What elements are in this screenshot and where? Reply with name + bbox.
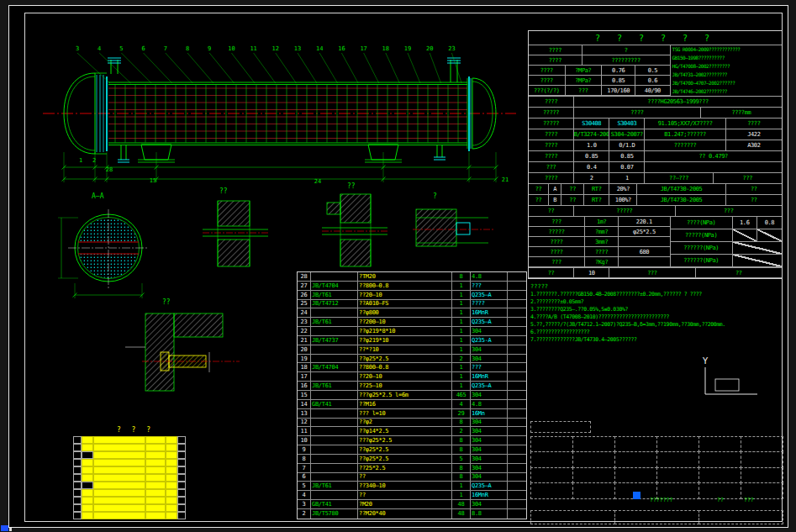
bom-cell	[508, 473, 526, 482]
nozzle-table-cell	[166, 482, 177, 489]
nozzle-table-cell	[82, 459, 93, 466]
title-block-cell: ?	[583, 45, 670, 55]
bom-cell: ??25*2.5	[358, 464, 452, 472]
bom-cell: ??A010—FS	[358, 300, 452, 308]
bom-table: 28?TM2084.827JB/T4704??800—0.81???26JB/T…	[297, 271, 527, 519]
signature-grid-lower	[530, 510, 783, 524]
nozzle-table-rows	[73, 436, 198, 519]
svg-text:24: 24	[314, 178, 321, 185]
bom-cell: GB/T41	[311, 400, 358, 408]
nozzle-table-cell	[177, 497, 186, 504]
bom-cell: 304	[471, 345, 508, 354]
bom-cell: 24	[298, 308, 311, 317]
bom-cell	[508, 282, 526, 290]
title-block-row: ??B??RT?100%?JB/T4730-2005??	[529, 195, 782, 206]
title-block-cell: S30408	[574, 119, 609, 129]
title-block-cell: 0.6	[635, 76, 669, 85]
title-block-cell: RT?	[584, 184, 609, 194]
signature-cell	[656, 451, 699, 468]
bom-cell: ??200—10	[358, 318, 452, 326]
nozzle-table-cell	[82, 504, 93, 512]
signature-cell	[614, 436, 657, 453]
title-block-header: ? ? ? ? ? ?	[529, 31, 782, 45]
footer-label: ???????	[650, 497, 672, 503]
bom-cell: 304	[471, 445, 508, 454]
nozzle-table-cell	[166, 444, 177, 451]
nozzle-table-cell	[82, 436, 93, 444]
bom-cell: GB/T41	[311, 500, 358, 508]
signature-cell	[614, 510, 699, 524]
bom-cell	[311, 445, 358, 454]
nozzle-table-cell	[73, 451, 82, 459]
detail-view-2	[322, 191, 389, 271]
nozzle-table-cell	[166, 466, 177, 474]
bom-cell: 8	[452, 445, 471, 454]
nozzle-table-cell	[145, 489, 166, 497]
title-block-cell: ?????(NPa)	[671, 229, 733, 241]
bom-row: 11??φ14*2.52304	[298, 427, 526, 436]
bom-cell: 5	[452, 455, 471, 463]
notes-lines: 1.???????.??????GB150.4B—2008????????±0.…	[530, 291, 784, 344]
nozzle-table-cell	[93, 474, 145, 482]
bom-cell: 2	[452, 355, 471, 363]
title-block-cell: B1.247;??????	[645, 129, 725, 140]
bom-cell	[508, 409, 526, 418]
bom-cell: 8	[452, 272, 471, 281]
title-block-cell: ????	[529, 237, 585, 246]
signature-cell	[698, 436, 741, 453]
bom-cell: ??*?10	[358, 345, 452, 354]
bom-cell: 48	[452, 509, 471, 519]
bom-row: 26JB/T61??20—101Q235—A	[298, 291, 526, 300]
title-block-cell	[733, 229, 757, 241]
svg-text:28: 28	[106, 166, 113, 173]
nozzle-table-cell	[93, 482, 145, 489]
bom-cell	[508, 272, 526, 281]
bom-cell	[508, 500, 526, 508]
general-notes: ????? 1.???????.??????GB150.4B—2008?????…	[530, 283, 784, 344]
title-block-cell: ???	[529, 162, 574, 172]
title-block-cell: ??—???	[645, 173, 713, 183]
title-block-row: ?????MPa?0.760.5	[529, 66, 670, 76]
nozzle-table-cell	[177, 444, 186, 451]
title-block: ? ? ? ? ? ????????????????????????MPa?0.…	[528, 30, 783, 279]
footer-labels: ????????????	[530, 497, 783, 507]
bom-cell: JB/T61	[311, 482, 358, 490]
title-block-cell: ???(?/?)	[529, 86, 566, 95]
title-block-cell: ?mm?	[585, 227, 619, 236]
bom-cell: ??φ14*2.5	[358, 427, 452, 435]
nozzle-table-cell	[82, 444, 93, 451]
bom-row: 5JB/T61??340—101Q235—A	[298, 482, 526, 491]
bom-cell	[508, 491, 526, 499]
title-block-cell: 10	[574, 268, 609, 277]
bom-cell: JB/T5780	[311, 509, 358, 519]
nozzle-table-cell	[145, 482, 166, 489]
nozzle-table-cell	[93, 512, 145, 519]
bom-cell: 8.8	[471, 509, 508, 519]
bom-cell	[311, 391, 358, 399]
bom-cell: 26	[298, 291, 311, 299]
nozzle-table-cell	[82, 512, 93, 519]
svg-text:10: 10	[228, 45, 235, 52]
nozzle-table-cell	[177, 474, 186, 482]
bom-cell: JB/T4704	[311, 282, 358, 290]
title-block-cell	[757, 229, 782, 241]
detail-2-label: ??	[347, 182, 356, 190]
bom-row: 21JB/T4737??φ219*101Q235-A	[298, 336, 526, 345]
bom-cell: ??800—0.8	[358, 282, 452, 290]
bom-cell: ??	[358, 473, 452, 482]
title-block-cell: ?????????	[583, 55, 670, 65]
note-line: 6.??????????????????	[530, 329, 784, 336]
nozzle-table-cell	[145, 497, 166, 504]
title-block-row: ????1.00/1.D???????A302	[529, 140, 782, 151]
bom-row: 2JB/T5780??M20*40488.8	[298, 509, 526, 519]
title-block-cell: ??	[561, 195, 584, 205]
signature-cell	[614, 467, 657, 484]
bom-cell	[508, 445, 526, 454]
bom-cell: 304	[471, 464, 508, 472]
bom-cell: 16	[298, 382, 311, 390]
bom-cell: 20	[298, 345, 311, 354]
title-block-cell: ????	[529, 45, 583, 55]
bom-cell	[311, 455, 358, 463]
bom-cell: ??M16	[358, 400, 452, 408]
title-block-cell: ??	[529, 268, 574, 277]
